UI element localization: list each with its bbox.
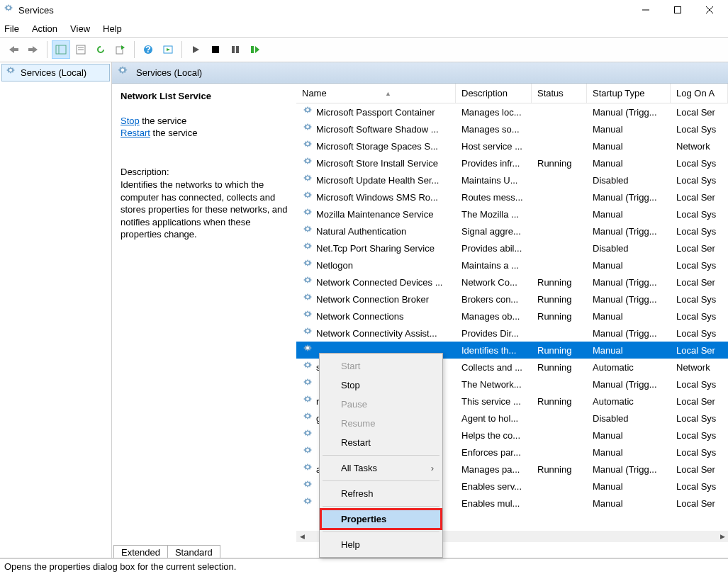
properties-button[interactable] (72, 40, 90, 59)
ctx-properties[interactable]: Properties (321, 510, 441, 529)
svg-point-27 (306, 227, 309, 230)
service-logon-cell: Local Sys (671, 175, 728, 186)
service-row[interactable]: Microsoft Storage Spaces S...Host servic… (296, 137, 728, 154)
service-name-cell: Microsoft Update Health Ser... (316, 175, 439, 186)
col-description[interactable]: Description (456, 84, 532, 103)
show-hide-tree-button[interactable] (52, 40, 70, 59)
service-desc-cell: Brokers con... (456, 294, 532, 305)
close-button[interactable] (693, 0, 725, 20)
service-status-cell: Running (532, 362, 587, 373)
service-startup-cell: Manual (587, 481, 671, 492)
svg-rect-17 (251, 46, 254, 53)
ctx-all-tasks[interactable]: All Tasks (321, 458, 441, 478)
scroll-right-icon[interactable]: ▶ (717, 531, 728, 542)
service-startup-cell: Manual (Trigg... (587, 277, 671, 288)
ctx-help[interactable]: Help (321, 535, 441, 554)
menu-action[interactable]: Action (32, 23, 57, 34)
gear-icon (302, 463, 313, 476)
gear-icon (302, 378, 313, 391)
gear-icon (302, 106, 313, 119)
ctx-stop[interactable]: Stop (321, 376, 441, 395)
service-startup-cell: Automatic (587, 362, 671, 373)
service-name-cell: Network Connections (316, 311, 404, 322)
stop-link[interactable]: Stop (121, 116, 140, 126)
service-startup-cell: Disabled (587, 175, 671, 186)
ctx-refresh[interactable]: Refresh (321, 484, 441, 503)
gear-icon (302, 225, 313, 238)
refresh-button[interactable] (91, 40, 110, 59)
col-status[interactable]: Status (532, 84, 587, 103)
gear-icon (302, 208, 313, 221)
service-row[interactable]: Network Connected Devices ...Network Co.… (296, 274, 728, 291)
stop-service-button[interactable] (206, 40, 225, 59)
service-row[interactable]: Microsoft Software Shadow ...Manages so.… (296, 120, 728, 137)
help-button[interactable]: ? (139, 40, 157, 59)
service-desc-cell: Maintains a ... (456, 260, 532, 271)
gear-icon (302, 412, 313, 425)
service-startup-cell: Manual (587, 498, 671, 509)
service-logon-cell: Local Sys (671, 124, 728, 135)
svg-rect-15 (232, 46, 235, 53)
detail-pane: Network List Service Stop the service Re… (112, 84, 296, 542)
restart-service-button[interactable] (246, 40, 264, 59)
service-row[interactable]: Net.Tcp Port Sharing ServiceProvides abi… (296, 240, 728, 257)
gear-icon (302, 259, 313, 272)
forward-button[interactable] (24, 40, 43, 59)
toolbar: ? (0, 37, 728, 62)
description-body: Identifies the networks to which the com… (121, 179, 288, 241)
service-logon-cell: Local Ser (671, 192, 728, 203)
col-log-on-as[interactable]: Log On A (671, 84, 728, 103)
service-logon-cell: Local Sys (671, 447, 728, 458)
service-row[interactable]: Microsoft Store Install ServiceProvides … (296, 154, 728, 171)
ctx-restart[interactable]: Restart (321, 433, 441, 452)
service-row[interactable]: Microsoft Windows SMS Ro...Routes mess..… (296, 188, 728, 206)
svg-rect-2 (674, 7, 681, 13)
service-row[interactable]: Network ConnectionsManages ob...RunningM… (296, 308, 728, 325)
tree-item-services-local[interactable]: Services (Local) (1, 64, 110, 81)
service-startup-cell: Manual (Trigg... (587, 328, 671, 339)
service-logon-cell: Local Sys (671, 158, 728, 169)
gear-icon (302, 310, 313, 323)
svg-point-40 (306, 449, 309, 451)
service-startup-cell: Manual (587, 124, 671, 135)
service-desc-cell: Network Co... (456, 277, 532, 288)
service-logon-cell: Local Ser (671, 498, 728, 509)
service-startup-cell: Manual (587, 311, 671, 322)
service-row[interactable]: Network Connectivity Assist...Provides D… (296, 325, 728, 342)
gear-icon (302, 480, 313, 493)
gear-icon (302, 361, 313, 374)
action-button[interactable] (159, 40, 177, 59)
service-row[interactable]: NetlogonMaintains a ...ManualLocal Sys (296, 257, 728, 274)
service-status-cell: Running (532, 396, 587, 407)
menu-file[interactable]: File (4, 23, 19, 34)
back-button[interactable] (4, 40, 23, 59)
service-name-cell: Natural Authentication (316, 226, 406, 237)
service-logon-cell: Local Sys (671, 413, 728, 424)
restart-link[interactable]: Restart (121, 128, 150, 138)
service-name-cell: Net.Tcp Port Sharing Service (316, 243, 435, 254)
maximize-button[interactable] (661, 0, 693, 20)
pause-service-button[interactable] (226, 40, 245, 59)
service-startup-cell: Manual (Trigg... (587, 192, 671, 203)
scroll-left-icon[interactable]: ◀ (296, 531, 308, 542)
gear-icon (302, 497, 313, 510)
service-row[interactable]: Natural AuthenticationSignal aggre...Man… (296, 223, 728, 240)
minimize-button[interactable] (629, 0, 661, 20)
service-desc-cell: Enables serv... (456, 481, 532, 492)
service-row[interactable]: Network Connection BrokerBrokers con...R… (296, 291, 728, 308)
tab-extended[interactable]: Extended (113, 545, 168, 558)
start-service-button[interactable] (186, 40, 205, 59)
menu-help[interactable]: Help (103, 23, 122, 34)
export-button[interactable] (111, 40, 130, 59)
tab-standard[interactable]: Standard (167, 545, 220, 558)
service-row[interactable]: Mozilla Maintenance ServiceThe Mozilla .… (296, 206, 728, 223)
svg-point-0 (7, 6, 10, 9)
service-desc-cell: Enforces par... (456, 447, 532, 458)
menu-view[interactable]: View (70, 23, 90, 34)
service-row[interactable]: Microsoft Update Health Ser...Maintains … (296, 171, 728, 188)
col-startup-type[interactable]: Startup Type (587, 84, 671, 103)
service-row[interactable]: Microsoft Passport ContainerManages loc.… (296, 103, 728, 120)
col-name[interactable]: Name▲ (296, 84, 456, 103)
window-title: Services (18, 5, 629, 16)
service-startup-cell: Manual (Trigg... (587, 107, 671, 118)
